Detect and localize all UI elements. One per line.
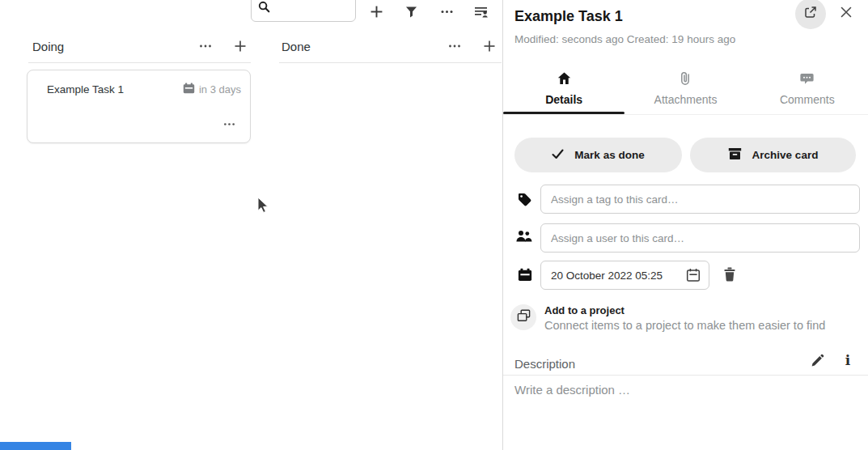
column-more-button[interactable] — [444, 36, 465, 57]
description-label: Description — [514, 357, 575, 371]
tab-details[interactable]: Details — [503, 66, 625, 114]
assign-tag-input[interactable] — [540, 185, 860, 214]
card-title: Example Task 1 — [47, 83, 124, 96]
search-box[interactable] — [251, 0, 356, 22]
tab-label: Comments — [780, 93, 835, 106]
due-date-value: 20 October 2022 05:25 — [551, 270, 686, 282]
app-window: Doing Done Example Task 1 — [0, 0, 868, 450]
description-divider — [503, 375, 868, 376]
users-icon — [515, 229, 532, 242]
search-icon — [258, 1, 270, 16]
task-card[interactable]: Example Task 1 in 3 days — [27, 70, 251, 143]
active-tab-indicator — [503, 112, 625, 114]
card-due-label: in 3 days — [199, 83, 241, 96]
pencil-icon — [811, 354, 824, 371]
external-link-icon — [804, 6, 817, 22]
tag-icon — [517, 192, 532, 207]
tab-label: Attachments — [654, 93, 718, 106]
calendar-picker-icon[interactable] — [686, 268, 701, 282]
project-copy-icon — [517, 309, 531, 325]
card-due: in 3 days — [183, 83, 241, 96]
more-options-button[interactable] — [436, 1, 457, 22]
column-header-done: Done — [282, 34, 500, 58]
column-more-button[interactable] — [195, 36, 216, 57]
description-info-button[interactable]: i — [840, 350, 855, 370]
column-title: Done — [282, 40, 311, 53]
assign-user-input[interactable] — [540, 223, 860, 253]
card-top-row: Example Task 1 in 3 days — [28, 70, 250, 96]
archive-card-label: Archive card — [752, 149, 819, 161]
trash-icon — [723, 267, 736, 285]
column-divider — [28, 62, 251, 63]
search-input[interactable] — [274, 1, 352, 19]
due-date-field[interactable]: 20 October 2022 05:25 — [540, 261, 709, 290]
column-divider — [279, 62, 502, 63]
description-placeholder[interactable]: Write a description … — [514, 383, 630, 397]
add-to-project-title[interactable]: Add to a project — [544, 304, 625, 316]
panel-tabs: Details Attachments Comments — [503, 66, 868, 115]
info-icon: i — [845, 352, 850, 368]
tab-comments[interactable]: Comments — [747, 66, 868, 114]
tab-attachments[interactable]: Attachments — [625, 66, 746, 114]
assignee-list-button[interactable] — [471, 1, 492, 22]
column-title: Doing — [32, 40, 64, 53]
mark-as-done-label: Mark as done — [574, 149, 644, 161]
tab-label: Details — [545, 93, 582, 106]
edit-description-button[interactable] — [808, 354, 826, 370]
archive-card-button[interactable]: Archive card — [690, 138, 856, 172]
open-in-window-button[interactable] — [795, 0, 826, 29]
card-more-button[interactable] — [218, 113, 239, 134]
calendar-icon — [183, 83, 195, 96]
add-to-project-button[interactable] — [510, 304, 536, 330]
paperclip-icon — [680, 71, 690, 86]
filter-button[interactable] — [400, 1, 421, 22]
comment-icon — [800, 71, 814, 86]
accent-progress-bar — [0, 442, 71, 450]
column-add-button[interactable] — [479, 36, 500, 57]
panel-meta: Modified: seconds ago Created: 19 hours … — [514, 33, 735, 45]
mark-as-done-button[interactable]: Mark as done — [514, 138, 682, 172]
add-card-button[interactable] — [366, 1, 387, 22]
column-add-button[interactable] — [230, 36, 251, 57]
home-icon — [557, 71, 571, 86]
remove-due-date-button[interactable] — [721, 267, 739, 285]
mouse-cursor — [257, 197, 269, 217]
column-header-doing: Doing — [32, 34, 251, 58]
archive-icon — [728, 147, 742, 163]
close-icon — [840, 6, 852, 21]
check-icon — [552, 149, 564, 162]
close-panel-button[interactable] — [838, 6, 854, 22]
add-to-project-subtitle: Connect items to a project to make them … — [544, 319, 825, 332]
calendar-icon — [518, 268, 532, 282]
panel-title: Example Task 1 — [514, 8, 623, 25]
